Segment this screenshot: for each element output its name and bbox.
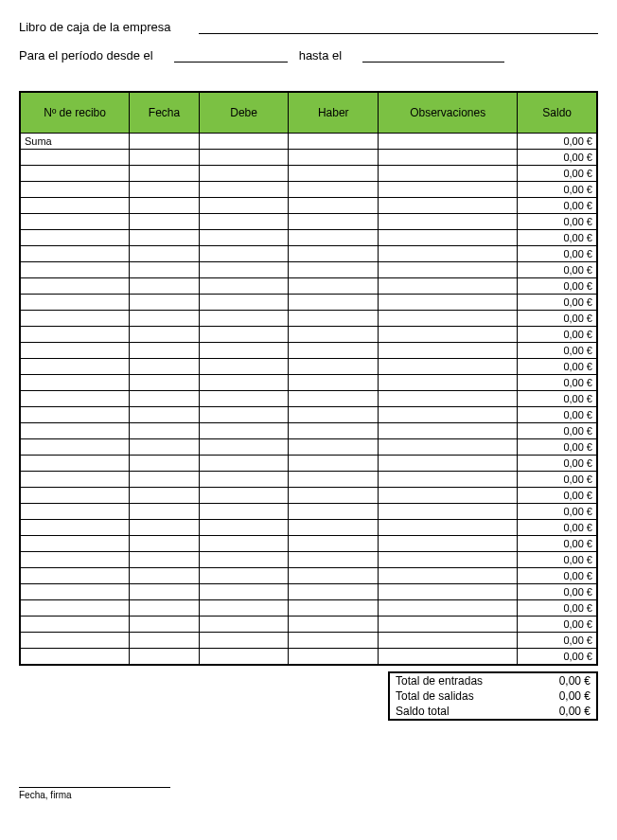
cell-debe[interactable] xyxy=(199,552,289,568)
cell-obs[interactable] xyxy=(379,166,518,182)
cell-haber[interactable] xyxy=(289,311,379,327)
cell-obs[interactable] xyxy=(379,407,518,423)
cell-haber[interactable] xyxy=(289,278,379,295)
cell-fecha[interactable] xyxy=(130,407,200,423)
cell-debe[interactable] xyxy=(199,150,289,166)
cell-haber[interactable] xyxy=(289,391,379,407)
cell-recibo[interactable] xyxy=(20,423,130,439)
cell-haber[interactable] xyxy=(289,488,379,504)
cell-debe[interactable] xyxy=(199,584,289,600)
cell-fecha[interactable] xyxy=(130,278,200,295)
cell-obs[interactable] xyxy=(379,600,518,617)
cell-recibo[interactable] xyxy=(20,584,130,600)
cell-obs[interactable] xyxy=(379,246,518,262)
cell-obs[interactable] xyxy=(379,617,518,633)
cell-fecha[interactable] xyxy=(130,552,200,568)
cell-haber[interactable] xyxy=(289,439,379,456)
cell-haber[interactable] xyxy=(289,214,379,230)
cell-obs[interactable] xyxy=(379,311,518,327)
cell-obs[interactable] xyxy=(379,278,518,295)
cell-obs[interactable] xyxy=(379,295,518,311)
cell-fecha[interactable] xyxy=(130,150,200,166)
cell-haber[interactable] xyxy=(289,633,379,649)
period-from-input-line[interactable] xyxy=(174,47,288,63)
cell-haber[interactable] xyxy=(289,536,379,552)
cell-debe[interactable] xyxy=(199,343,289,359)
cell-recibo[interactable] xyxy=(20,472,130,488)
cell-debe[interactable] xyxy=(199,488,289,504)
cell-recibo[interactable] xyxy=(20,278,130,295)
cell-fecha[interactable] xyxy=(130,182,200,198)
cell-fecha[interactable] xyxy=(130,600,200,617)
cell-recibo[interactable] xyxy=(20,520,130,536)
cell-fecha[interactable] xyxy=(130,633,200,649)
cell-recibo[interactable] xyxy=(20,359,130,375)
cell-fecha[interactable] xyxy=(130,246,200,262)
cell-haber[interactable] xyxy=(289,423,379,439)
cell-obs[interactable] xyxy=(379,439,518,456)
cell-haber[interactable] xyxy=(289,295,379,311)
cell-recibo[interactable] xyxy=(20,633,130,649)
cell-recibo[interactable] xyxy=(20,230,130,246)
cell-obs[interactable] xyxy=(379,488,518,504)
cell-fecha[interactable] xyxy=(130,520,200,536)
cell-haber[interactable] xyxy=(289,134,379,150)
cell-debe[interactable] xyxy=(199,214,289,230)
cell-recibo[interactable] xyxy=(20,600,130,617)
cell-haber[interactable] xyxy=(289,262,379,278)
cell-recibo[interactable] xyxy=(20,439,130,456)
cell-obs[interactable] xyxy=(379,423,518,439)
cell-debe[interactable] xyxy=(199,600,289,617)
cell-haber[interactable] xyxy=(289,456,379,472)
cell-debe[interactable] xyxy=(199,166,289,182)
cell-recibo[interactable] xyxy=(20,182,130,198)
cell-fecha[interactable] xyxy=(130,230,200,246)
cell-recibo[interactable] xyxy=(20,311,130,327)
cell-debe[interactable] xyxy=(199,262,289,278)
cell-obs[interactable] xyxy=(379,134,518,150)
cell-recibo[interactable]: Suma xyxy=(20,134,130,150)
cell-haber[interactable] xyxy=(289,230,379,246)
cell-fecha[interactable] xyxy=(130,295,200,311)
cell-haber[interactable] xyxy=(289,472,379,488)
cell-obs[interactable] xyxy=(379,520,518,536)
cell-debe[interactable] xyxy=(199,359,289,375)
cell-obs[interactable] xyxy=(379,552,518,568)
cell-obs[interactable] xyxy=(379,504,518,520)
cell-fecha[interactable] xyxy=(130,359,200,375)
cell-recibo[interactable] xyxy=(20,262,130,278)
cell-fecha[interactable] xyxy=(130,343,200,359)
cell-debe[interactable] xyxy=(199,182,289,198)
cell-recibo[interactable] xyxy=(20,343,130,359)
cell-obs[interactable] xyxy=(379,472,518,488)
cell-debe[interactable] xyxy=(199,649,289,665)
cell-fecha[interactable] xyxy=(130,584,200,600)
cell-debe[interactable] xyxy=(199,198,289,214)
cell-recibo[interactable] xyxy=(20,246,130,262)
cell-fecha[interactable] xyxy=(130,262,200,278)
cell-debe[interactable] xyxy=(199,536,289,552)
cell-obs[interactable] xyxy=(379,633,518,649)
cell-recibo[interactable] xyxy=(20,166,130,182)
cell-fecha[interactable] xyxy=(130,134,200,150)
cell-obs[interactable] xyxy=(379,262,518,278)
cell-fecha[interactable] xyxy=(130,439,200,456)
cell-recibo[interactable] xyxy=(20,407,130,423)
cell-fecha[interactable] xyxy=(130,617,200,633)
cell-debe[interactable] xyxy=(199,391,289,407)
cell-debe[interactable] xyxy=(199,617,289,633)
cell-haber[interactable] xyxy=(289,359,379,375)
cell-recibo[interactable] xyxy=(20,568,130,584)
cell-recibo[interactable] xyxy=(20,649,130,665)
cell-obs[interactable] xyxy=(379,214,518,230)
cell-obs[interactable] xyxy=(379,150,518,166)
cell-recibo[interactable] xyxy=(20,617,130,633)
cell-fecha[interactable] xyxy=(130,536,200,552)
cell-haber[interactable] xyxy=(289,327,379,343)
cell-haber[interactable] xyxy=(289,649,379,665)
cell-fecha[interactable] xyxy=(130,198,200,214)
cell-haber[interactable] xyxy=(289,520,379,536)
cell-haber[interactable] xyxy=(289,552,379,568)
cell-obs[interactable] xyxy=(379,584,518,600)
cell-fecha[interactable] xyxy=(130,423,200,439)
